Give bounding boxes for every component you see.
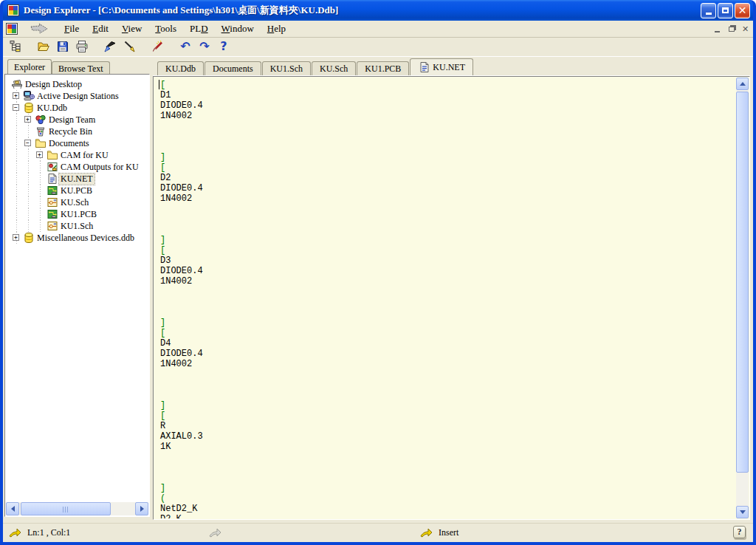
netlist-line: AXIAL0.3	[160, 431, 736, 442]
redo-button[interactable]: ↷	[195, 38, 214, 55]
doc-tab-ku1-sch[interactable]: KU1.Sch	[262, 61, 311, 75]
tree-item-ku-ddb[interactable]: −KU.Ddb	[6, 102, 148, 114]
tree-item-label[interactable]: Design Desktop	[24, 79, 83, 90]
netlist-line: 1N4002	[160, 193, 736, 204]
netlist-line: ]	[160, 152, 736, 162]
text-editor[interactable]: [D1DIODE0.41N4002 ][D2DIODE0.41N4002 ][D…	[153, 76, 750, 520]
collapse-icon[interactable]: −	[24, 140, 31, 146]
cross-probe-status-icon	[9, 528, 21, 538]
tree-item-label[interactable]: CAM Outputs for KU	[59, 162, 140, 173]
close-button[interactable]: ✕	[735, 3, 750, 18]
netlist-line: [	[160, 411, 736, 421]
doc-tab-ku1-pcb[interactable]: KU1.PCB	[357, 61, 409, 75]
help-button[interactable]: ?	[214, 38, 233, 55]
collapse-icon[interactable]: −	[13, 104, 19, 111]
cross-probe-inactive-icon	[209, 528, 221, 538]
netlist-line	[160, 369, 736, 380]
tree-item-label[interactable]: Recycle Bin	[47, 126, 94, 137]
explorer-toggle-icon	[9, 40, 22, 53]
tree-horizontal-scrollbar[interactable]	[6, 502, 148, 515]
tree-item-documents[interactable]: −Documents	[6, 137, 148, 149]
tree-item-miscellaneous-devices-ddb[interactable]: +Miscellaneous Devices.ddb	[6, 232, 148, 244]
title-bar: Design Explorer - [C:\Documents and Sett…	[3, 0, 753, 21]
tree-item-label[interactable]: KU.PCB	[59, 185, 94, 196]
scroll-left-button[interactable]	[6, 502, 19, 515]
doc-tab-documents[interactable]: Documents	[205, 61, 261, 75]
netlist-line: 1N4002	[160, 276, 736, 287]
scroll-right-button[interactable]	[135, 502, 148, 515]
expand-icon[interactable]: +	[13, 234, 19, 241]
doc-tab-ku-ddb[interactable]: KU.Ddb	[157, 61, 204, 75]
explorer-toggle-button[interactable]	[6, 38, 25, 55]
tree-item-ku-net[interactable]: KU.NET	[6, 173, 148, 185]
tree-item-cam-outputs-for-ku[interactable]: CAM Outputs for KU	[6, 161, 148, 173]
scroll-up-button[interactable]	[736, 78, 749, 90]
editor-scrollbar-thumb[interactable]	[736, 92, 749, 473]
tree-item-label[interactable]: KU.NET	[59, 174, 94, 185]
tree-item-cam-for-ku[interactable]: +CAM for KU	[6, 149, 148, 161]
menu-pld[interactable]: PLD	[183, 21, 215, 35]
scroll-down-button[interactable]	[736, 506, 749, 518]
insert-mode-icon	[420, 528, 433, 538]
tree-item-label[interactable]: Documents	[47, 138, 91, 149]
probe-pen-button[interactable]	[120, 38, 139, 55]
maximize-button[interactable]	[718, 3, 733, 18]
editor-vertical-scrollbar[interactable]	[736, 78, 749, 518]
menu-view[interactable]: View	[115, 21, 148, 35]
expand-icon[interactable]: +	[13, 92, 19, 99]
help-icon: ?	[220, 41, 227, 52]
expand-icon[interactable]: +	[36, 151, 43, 158]
doc-tab-ku-net[interactable]: KU.NET	[410, 58, 473, 75]
tree-item-label[interactable]: KU.Sch	[59, 197, 90, 208]
folder-icon	[46, 149, 59, 161]
menu-edit[interactable]: Edit	[86, 21, 115, 35]
mdi-restore-button[interactable]	[725, 24, 738, 35]
tree-item-label[interactable]: Design Team	[47, 114, 97, 126]
tree-item-ku-pcb[interactable]: KU.PCB	[6, 185, 148, 196]
team-icon	[34, 114, 47, 126]
open-folder-button[interactable]	[34, 38, 53, 55]
netlist-line: ]	[160, 400, 736, 411]
design-tree: Design Desktop+Active Design Stations−KU…	[6, 75, 148, 502]
cross-probe-button[interactable]	[100, 38, 120, 55]
tree-item-design-desktop[interactable]: Design Desktop	[6, 78, 148, 90]
tree-item-label[interactable]: KU1.Sch	[59, 221, 94, 232]
netlist-line	[160, 224, 736, 235]
print-button[interactable]	[72, 38, 92, 55]
netlist-line	[160, 462, 736, 473]
menu-tools[interactable]: Tools	[148, 21, 183, 35]
wand-button[interactable]	[148, 38, 167, 55]
minimize-button[interactable]	[701, 3, 716, 18]
tree-item-ku1-sch[interactable]: KU1.Sch	[6, 220, 148, 232]
expand-icon[interactable]: +	[24, 116, 31, 123]
panel-tab-explorer[interactable]: Explorer	[7, 59, 52, 74]
tree-item-design-team[interactable]: +Design Team	[6, 114, 148, 126]
netlist-text[interactable]: [D1DIODE0.41N4002 ][D2DIODE0.41N4002 ][D…	[154, 78, 736, 518]
tree-item-ku-sch[interactable]: KU.Sch	[6, 196, 148, 208]
tree-item-label[interactable]: CAM for KU	[59, 150, 110, 161]
line-column-indicator: Ln:1 , Col:1	[27, 527, 138, 538]
undo-button[interactable]: ↶	[176, 38, 195, 55]
tree-item-label[interactable]: Active Design Stations	[35, 91, 120, 102]
netlist-line	[160, 307, 736, 318]
tree-item-recycle-bin[interactable]: Recycle Bin	[6, 126, 148, 137]
tree-scrollbar-thumb[interactable]	[21, 502, 111, 515]
menu-file[interactable]: File	[58, 21, 86, 35]
tree-item-label[interactable]: KU.Ddb	[35, 103, 69, 114]
tree-item-label[interactable]: KU1.PCB	[59, 209, 98, 220]
doc-tab-label: KU1.PCB	[365, 64, 401, 75]
save-button[interactable]	[53, 38, 72, 55]
menu-window[interactable]: Window	[215, 21, 261, 35]
tree-item-label[interactable]: Miscellaneous Devices.ddb	[35, 233, 136, 244]
tree-item-active-design-stations[interactable]: +Active Design Stations	[6, 90, 148, 102]
panel-tab-browse-text[interactable]: Browse Text	[52, 61, 110, 74]
mdi-minimize-button[interactable]	[711, 24, 724, 35]
menu-help[interactable]: Help	[261, 21, 292, 35]
doc-tab-ku-sch[interactable]: KU.Sch	[312, 61, 356, 75]
mdi-close-button[interactable]: ✕	[739, 24, 752, 35]
app-window: Design Explorer - [C:\Documents and Sett…	[0, 0, 756, 545]
tree-item-ku1-pcb[interactable]: KU1.PCB	[6, 208, 148, 220]
netlist-line: 1K	[160, 442, 736, 452]
design-menu-arrow-icon[interactable]	[28, 23, 50, 35]
status-help-button[interactable]: ?	[733, 526, 746, 538]
